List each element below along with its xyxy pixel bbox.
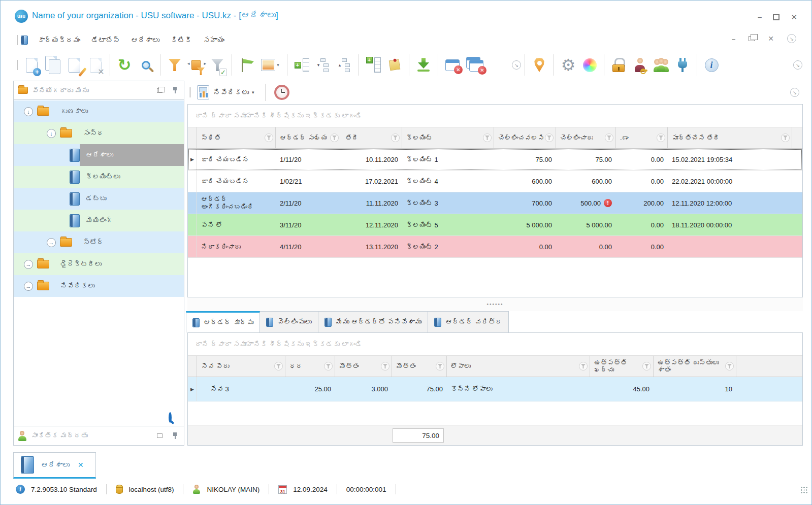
- filter-range-icon[interactable]: ◂▸: [185, 53, 207, 77]
- table-row[interactable]: పని లో3/11/2012.11.2020క్లయింట్ 55 000.0…: [188, 214, 802, 236]
- menubar-overflow-icon[interactable]: [787, 34, 796, 43]
- tree-item-8[interactable]: →నివేదికలు: [14, 275, 184, 297]
- menubar-grip[interactable]: [16, 35, 18, 45]
- column-header-6[interactable]: .ణం: [616, 127, 668, 148]
- users-group-icon[interactable]: [651, 53, 672, 77]
- collapse-tree-icon[interactable]: ▾: [312, 53, 334, 77]
- reportbar-overflow-icon[interactable]: [790, 88, 799, 97]
- add-row-icon[interactable]: +: [363, 53, 384, 77]
- filter-apply-icon[interactable]: ✓: [207, 53, 228, 77]
- column-header-2[interactable]: తేదీ: [341, 127, 402, 148]
- document-tab-close-icon[interactable]: ✕: [78, 461, 84, 469]
- more-options-icon[interactable]: [512, 60, 521, 70]
- collapse-node-icon[interactable]: ↓: [47, 129, 56, 138]
- expand-node-icon[interactable]: →: [24, 260, 33, 269]
- minimize-button[interactable]: [758, 13, 762, 22]
- edit-document-icon[interactable]: [63, 53, 85, 77]
- tree-item-2[interactable]: ఆదేశాలు: [14, 144, 184, 166]
- maximize-button[interactable]: [773, 14, 779, 20]
- tree-item-0[interactable]: ↓గుణకాలు: [14, 100, 184, 122]
- toolbar-overflow-icon[interactable]: [793, 60, 802, 70]
- column-header-2[interactable]: మొత్తం: [335, 356, 392, 377]
- reportbar-grip[interactable]: [189, 87, 191, 97]
- export-icon[interactable]: [413, 53, 434, 77]
- support-panel-header[interactable]: సాంకేతిక మద్దతు: [14, 426, 184, 445]
- tree-search-icon[interactable]: [169, 414, 180, 425]
- column-filter-icon[interactable]: [381, 362, 389, 371]
- column-filter-icon[interactable]: [483, 133, 492, 142]
- detail-tab-1[interactable]: చెల్లింపులు: [260, 311, 318, 333]
- location-icon[interactable]: [529, 53, 550, 77]
- refresh-icon[interactable]: ↻: [114, 53, 135, 77]
- reports-dropdown[interactable]: నివేదికలు: [213, 88, 249, 96]
- detail-tab-0[interactable]: ఆర్డర్ కూర్పు: [186, 311, 260, 333]
- scheduler-clock-icon[interactable]: [274, 85, 289, 100]
- image-icon[interactable]: ▾: [257, 53, 283, 77]
- column-filter-icon[interactable]: [265, 133, 273, 142]
- mdi-close-button[interactable]: [768, 35, 774, 43]
- column-header-1[interactable]: ఆర్డర్ సంఖ్య: [276, 127, 341, 148]
- column-filter-icon[interactable]: [274, 362, 283, 371]
- column-filter-icon[interactable]: [642, 362, 651, 371]
- expand-node-icon[interactable]: →: [24, 282, 33, 291]
- panel-restore-icon[interactable]: [157, 88, 163, 93]
- reports-caret-icon[interactable]: ▾: [252, 90, 254, 95]
- table-row[interactable]: జారి చేయబడిన1/02/2117.02.2021క్లయింట్ 46…: [188, 171, 802, 192]
- close-all-windows-icon[interactable]: ✕: [463, 53, 484, 77]
- column-header-3[interactable]: మొత్తం: [392, 356, 447, 377]
- column-filter-icon[interactable]: [324, 362, 333, 371]
- notes-icon[interactable]: [384, 53, 405, 77]
- flag-icon[interactable]: [236, 53, 257, 77]
- column-header-4[interactable]: లోపాలు: [447, 356, 590, 377]
- column-filter-icon[interactable]: [545, 133, 554, 142]
- column-header-0[interactable]: సేవ పేరు: [197, 356, 285, 377]
- tree-item-1[interactable]: ↓సంస్థ: [14, 122, 184, 144]
- close-window-icon[interactable]: ✕: [442, 53, 463, 77]
- tree-item-3[interactable]: క్లయింట్లు: [14, 166, 184, 188]
- column-header-7[interactable]: పూర్తిచేసే తేదీ: [668, 127, 792, 148]
- expand-rows-icon[interactable]: +: [291, 53, 312, 77]
- column-filter-icon[interactable]: [579, 362, 588, 371]
- settings-gear-icon[interactable]: ⚙: [558, 53, 579, 77]
- menu-item-1[interactable]: డేటాబేస్: [87, 34, 124, 46]
- detail-tab-2[interactable]: మేము ఆర్డర్తో పనిచేశాము: [318, 311, 429, 333]
- mdi-restore-button[interactable]: [749, 36, 755, 41]
- plugin-icon[interactable]: [672, 53, 693, 77]
- collapse-node-icon[interactable]: ↓: [24, 107, 33, 116]
- copy-document-icon[interactable]: [42, 53, 63, 77]
- new-document-icon[interactable]: +: [21, 53, 42, 77]
- column-header-5[interactable]: ఉత్పత్తి ఖర్చు: [590, 356, 654, 377]
- tree-item-6[interactable]: →స్టోర్: [14, 231, 184, 253]
- lock-icon[interactable]: [608, 53, 629, 77]
- column-filter-icon[interactable]: [391, 133, 400, 142]
- table-row[interactable]: ▶సేవ 325.003.00075.00కొన్ని లోపాలు45.001…: [188, 377, 802, 401]
- expand-tree-icon[interactable]: ▴: [334, 53, 355, 77]
- panel-pin-icon[interactable]: [173, 87, 178, 94]
- search-icon[interactable]: [135, 53, 156, 77]
- support-pin-icon[interactable]: [173, 432, 178, 440]
- menu-item-2[interactable]: ఆదేశాలు: [126, 34, 164, 46]
- tree-item-4[interactable]: డబ్బు: [14, 188, 184, 210]
- column-filter-icon[interactable]: [781, 133, 790, 142]
- horizontal-splitter[interactable]: ••••••: [187, 297, 803, 311]
- column-filter-icon[interactable]: [436, 362, 444, 371]
- resize-grip[interactable]: [800, 486, 807, 493]
- close-button[interactable]: [791, 13, 797, 22]
- column-header-4[interactable]: చెల్లించవలసి: [494, 127, 556, 148]
- table-row[interactable]: నిరాకరించారు4/11/2013.11.2020క్లయింట్ 20…: [188, 236, 802, 258]
- detail-tab-3[interactable]: ఆర్డర్ చరిత్ర: [428, 311, 509, 333]
- filter-icon[interactable]: [164, 53, 185, 77]
- mdi-minimize-button[interactable]: [732, 35, 735, 43]
- color-theme-icon[interactable]: [579, 53, 600, 77]
- menu-item-3[interactable]: కిటికీ: [166, 34, 197, 46]
- toolbar-grip[interactable]: [16, 60, 18, 70]
- table-row[interactable]: ▶జారి చేయబడిన1/11/2010.11.2020క్లయింట్ 1…: [188, 149, 802, 171]
- expand-node-icon[interactable]: →: [47, 238, 56, 247]
- tree-item-7[interactable]: →డైరెక్టరీలు: [14, 253, 184, 275]
- column-header-1[interactable]: ధర: [285, 356, 335, 377]
- column-filter-icon[interactable]: [330, 133, 339, 142]
- column-header-3[interactable]: క్లయింట్: [402, 127, 494, 148]
- user-permissions-icon[interactable]: [629, 53, 651, 77]
- info-icon[interactable]: i: [701, 53, 722, 77]
- column-filter-icon[interactable]: [657, 133, 665, 142]
